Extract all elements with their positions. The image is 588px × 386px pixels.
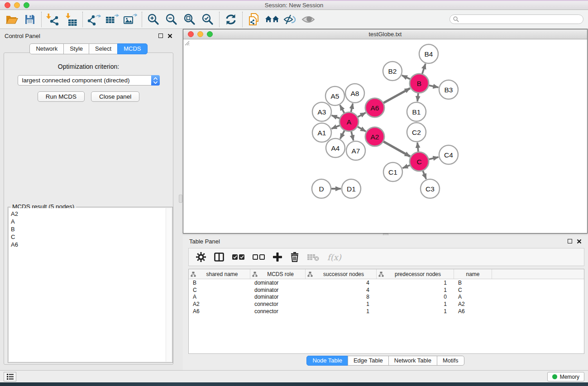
node-table[interactable]: shared nameMCDS rolesuccessor nodesprede… [188, 269, 584, 354]
close-panel-icon[interactable] [577, 239, 582, 244]
clone-network-button[interactable] [245, 11, 263, 28]
zoom-selected-button[interactable] [199, 11, 217, 28]
cell-MCDS-role[interactable]: connector [250, 301, 306, 307]
vertical-divider-grip[interactable] [179, 195, 182, 203]
tab-node-table[interactable]: Node Table [306, 356, 348, 366]
memory-button[interactable]: Memory [547, 372, 584, 381]
mcds-result-item[interactable]: A6 [9, 241, 172, 248]
cell-MCDS-role[interactable]: dominator [250, 280, 306, 286]
network-canvas[interactable]: AA1A2A3A4A5A6A7A8BB1B2B3B4CC1C2C3C4DD1 [183, 39, 587, 233]
show-hide-graphics-button[interactable] [299, 11, 317, 28]
table-row[interactable]: A2connector11A2 [189, 300, 584, 308]
node-A8[interactable]: A8 [345, 84, 364, 103]
home-button[interactable] [263, 11, 281, 28]
import-table-button[interactable] [62, 11, 80, 28]
tab-network[interactable]: Network [29, 43, 64, 54]
cell-MCDS-role[interactable]: dominator [250, 294, 306, 300]
column-header-MCDS-role[interactable]: MCDS role [250, 269, 306, 279]
cell-successor-nodes[interactable]: 1 [306, 308, 377, 315]
cell-predecessor-nodes[interactable]: 1 [377, 308, 454, 315]
cell-MCDS-role[interactable]: dominator [250, 287, 306, 293]
node-A5[interactable]: A5 [325, 86, 344, 105]
cell-name[interactable]: A6 [454, 308, 492, 315]
cell-successor-nodes[interactable]: 4 [306, 280, 377, 286]
float-panel-icon[interactable] [158, 33, 163, 38]
cell-successor-nodes[interactable]: 1 [306, 301, 377, 307]
birds-eye-view-button[interactable] [281, 11, 299, 28]
zoom-out-button[interactable] [163, 11, 181, 28]
cell-successor-nodes[interactable]: 8 [306, 294, 377, 300]
cell-predecessor-nodes[interactable]: 1 [377, 280, 454, 286]
table-row[interactable]: Cdominator41C [189, 286, 584, 294]
add-column-button[interactable] [273, 253, 282, 262]
mcds-result-item[interactable]: A2 [9, 210, 172, 218]
node-D1[interactable]: D1 [342, 179, 361, 198]
cell-shared-name[interactable]: B [189, 280, 250, 286]
save-session-button[interactable] [21, 11, 39, 28]
mcds-result-item[interactable]: C [9, 234, 172, 241]
export-table-button[interactable] [103, 11, 121, 28]
criterion-dropdown[interactable]: largest connected component (directed) [18, 75, 160, 86]
node-B2[interactable]: B2 [383, 62, 402, 81]
zoom-in-button[interactable] [144, 11, 163, 28]
resize-grip-icon[interactable] [183, 39, 190, 46]
node-A4[interactable]: A4 [326, 138, 345, 157]
column-header-successor-nodes[interactable]: successor nodes [306, 269, 377, 279]
cell-name[interactable]: A2 [454, 301, 492, 307]
node-A1[interactable]: A1 [312, 123, 331, 142]
scrollbar-track[interactable] [166, 208, 172, 362]
table-row[interactable]: Bdominator41B [189, 279, 584, 286]
cell-name[interactable]: C [454, 287, 492, 293]
task-history-button[interactable] [4, 372, 16, 381]
node-C1[interactable]: C1 [383, 162, 402, 181]
column-header-name[interactable]: name [454, 269, 492, 279]
cell-predecessor-nodes[interactable]: 0 [377, 294, 454, 300]
node-A6[interactable]: A6 [365, 98, 384, 117]
node-B1[interactable]: B1 [407, 102, 426, 121]
tab-select[interactable]: Select [89, 43, 118, 54]
table-row[interactable]: Adominator80A [189, 293, 584, 300]
node-A3[interactable]: A3 [312, 102, 331, 121]
cell-predecessor-nodes[interactable]: 1 [377, 301, 454, 307]
column-header-predecessor-nodes[interactable]: predecessor nodes [377, 269, 454, 279]
cell-name[interactable]: A [454, 294, 492, 300]
cell-predecessor-nodes[interactable]: 1 [377, 287, 454, 293]
export-image-button[interactable] [121, 11, 139, 28]
float-panel-icon[interactable] [568, 239, 572, 243]
settings-gear-button[interactable] [196, 252, 206, 262]
node-C4[interactable]: C4 [439, 145, 458, 164]
node-A2[interactable]: A2 [365, 127, 384, 146]
export-network-button[interactable] [85, 11, 103, 28]
close-panel-button[interactable]: Close panel [91, 91, 139, 102]
node-B4[interactable]: B4 [419, 44, 438, 63]
network-view-window[interactable]: testGlobe.txt AA1A2A3A4A5A6A7A8BB1B2B3B4… [183, 29, 588, 234]
cell-MCDS-role[interactable]: connector [250, 308, 306, 315]
tab-edge-table[interactable]: Edge Table [348, 356, 389, 366]
tab-motifs[interactable]: Motifs [437, 356, 464, 366]
zoom-fit-button[interactable] [181, 11, 199, 28]
import-network-button[interactable] [44, 11, 62, 28]
node-A7[interactable]: A7 [346, 141, 365, 160]
close-panel-icon[interactable] [167, 33, 172, 38]
cell-name[interactable]: B [454, 280, 492, 286]
column-header-shared-name[interactable]: shared name [189, 269, 250, 279]
delete-table-button[interactable] [307, 253, 319, 261]
node-B[interactable]: B [410, 74, 429, 93]
node-B3[interactable]: B3 [439, 80, 458, 99]
cell-shared-name[interactable]: A [189, 294, 250, 300]
tab-network-table[interactable]: Network Table [388, 356, 437, 366]
tab-mcds[interactable]: MCDS [117, 43, 147, 54]
cell-successor-nodes[interactable]: 4 [306, 287, 377, 293]
mcds-result-list[interactable]: A2ABCA6 [9, 208, 172, 362]
search-field[interactable] [449, 14, 583, 24]
node-C[interactable]: C [410, 152, 429, 171]
select-all-button[interactable] [232, 254, 244, 260]
open-session-button[interactable] [3, 11, 21, 28]
mcds-result-item[interactable]: B [9, 226, 172, 233]
network-window-titlebar[interactable]: testGlobe.txt [183, 29, 587, 39]
deselect-all-button[interactable] [253, 254, 265, 260]
node-C2[interactable]: C2 [407, 123, 426, 142]
tab-style[interactable]: Style [63, 43, 89, 54]
node-D[interactable]: D [312, 179, 331, 198]
node-C3[interactable]: C3 [421, 179, 440, 198]
